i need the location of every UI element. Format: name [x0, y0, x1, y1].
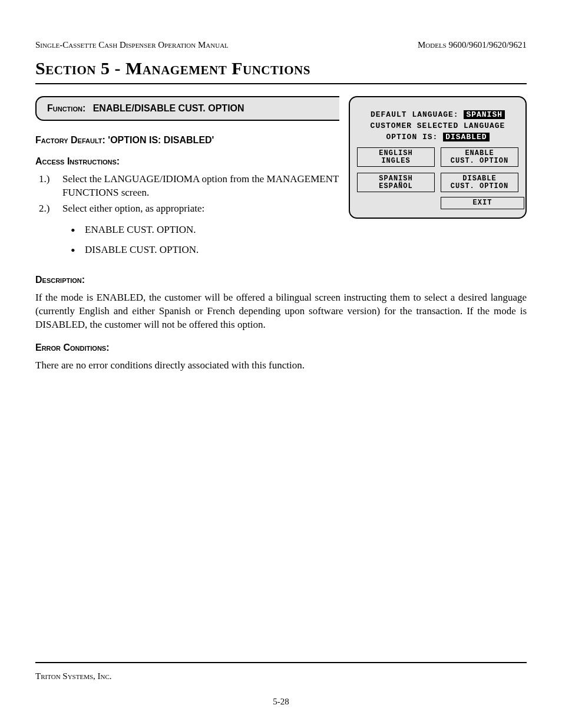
atm-disable-line1: DISABLE: [444, 175, 515, 183]
manual-page: Single-Cassette Cash Dispenser Operation…: [0, 0, 562, 728]
description-heading: Description:: [35, 275, 527, 285]
access-steps: Select the LANGUAGE/IDIOMA option from t…: [35, 173, 339, 216]
running-header: Single-Cassette Cash Dispenser Operation…: [35, 40, 527, 50]
factory-default-heading: Factory Default: 'OPTION IS: DISABLED': [35, 135, 339, 146]
atm-option-is-line: OPTION IS: DISABLED: [357, 133, 518, 141]
atm-option-is-value: DISABLED: [443, 133, 489, 141]
atm-enable-line1: ENABLE: [444, 150, 515, 157]
function-label: Function:: [47, 103, 85, 113]
description-text: If the mode is ENABLED, the customer wil…: [35, 291, 527, 332]
atm-button-row-1: ENGLISH INGLES ENABLE CUST. OPTION: [357, 147, 518, 167]
atm-default-language-line: DEFAULT LANGUAGE: SPANISH: [357, 110, 518, 119]
access-heading: Access Instructions:: [35, 156, 339, 167]
atm-disable-line2: CUST. OPTION: [444, 183, 515, 190]
page-footer: Triton Systems, Inc. 5-28: [35, 662, 527, 707]
atm-english-line1: ENGLISH: [360, 150, 432, 157]
atm-customer-selected-line: CUSTOMER SELECTED LANGUAGE: [357, 121, 518, 130]
function-tab: Function: ENABLE/DISABLE CUST. OPTION: [35, 96, 339, 121]
atm-default-language-label: DEFAULT LANGUAGE:: [371, 110, 459, 119]
factory-default-label: Factory Default:: [35, 135, 105, 145]
atm-screen: DEFAULT LANGUAGE: SPANISH CUSTOMER SELEC…: [349, 96, 527, 219]
atm-spanish-line1: SPANISH: [360, 175, 432, 183]
atm-english-button[interactable]: ENGLISH INGLES: [357, 147, 435, 167]
atm-option-is-label: OPTION IS:: [386, 133, 438, 141]
atm-button-row-2: SPANISH ESPAÑOL DISABLE CUST. OPTION: [357, 173, 518, 192]
footer-company: Triton Systems, Inc.: [35, 671, 527, 681]
section-title: Section 5 - Management Functions: [35, 58, 527, 78]
atm-exit-label: EXIT: [444, 199, 521, 207]
access-step: Select the LANGUAGE/IDIOMA option from t…: [35, 173, 339, 200]
atm-enable-line2: CUST. OPTION: [444, 157, 515, 165]
atm-spanish-button[interactable]: SPANISH ESPAÑOL: [357, 173, 435, 192]
page-number: 5-28: [35, 697, 527, 707]
atm-exit-button[interactable]: EXIT: [441, 197, 524, 209]
error-heading: Error Conditions:: [35, 342, 527, 353]
atm-enable-button[interactable]: ENABLE CUST. OPTION: [441, 147, 518, 167]
atm-default-language-value: SPANISH: [464, 110, 505, 119]
option-list: ENABLE CUST. OPTION. DISABLE CUST. OPTIO…: [35, 224, 339, 256]
factory-default-value: 'OPTION IS: DISABLED': [108, 135, 214, 145]
option-item: ENABLE CUST. OPTION.: [71, 224, 339, 236]
left-column: Function: ENABLE/DISABLE CUST. OPTION Fa…: [35, 96, 339, 264]
atm-english-line2: INGLES: [360, 157, 432, 165]
error-text: There are no error conditions directly a…: [35, 359, 527, 373]
atm-disable-button[interactable]: DISABLE CUST. OPTION: [441, 173, 518, 192]
header-right: Models 9600/9601/9620/9621: [418, 40, 527, 50]
content-row: Function: ENABLE/DISABLE CUST. OPTION Fa…: [35, 96, 527, 264]
option-item: DISABLE CUST. OPTION.: [71, 244, 339, 256]
atm-button-row-3: EXIT: [357, 197, 518, 209]
access-step: Select either option, as appropriate:: [35, 202, 339, 216]
function-name: ENABLE/DISABLE CUST. OPTION: [93, 103, 244, 113]
right-column: DEFAULT LANGUAGE: SPANISH CUSTOMER SELEC…: [350, 96, 527, 219]
atm-spanish-line2: ESPAÑOL: [360, 183, 432, 190]
title-rule: [35, 83, 527, 84]
header-left: Single-Cassette Cash Dispenser Operation…: [35, 40, 229, 50]
footer-rule: [35, 662, 527, 663]
